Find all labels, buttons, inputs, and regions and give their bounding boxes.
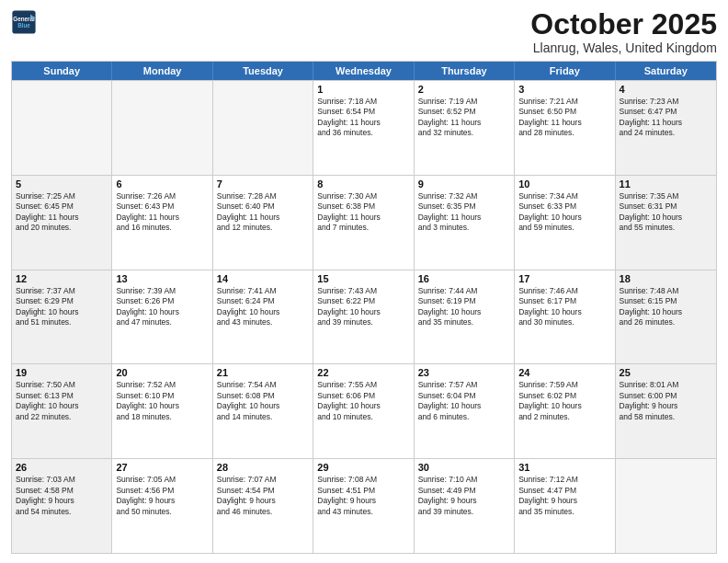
day-cell-5: 5Sunrise: 7:25 AMSunset: 6:45 PMDaylight… — [12, 176, 112, 270]
day-cell-18: 18Sunrise: 7:48 AMSunset: 6:15 PMDayligh… — [616, 270, 716, 364]
cell-text: Sunrise: 7:18 AMSunset: 6:54 PMDaylight:… — [317, 97, 409, 139]
day-number: 17 — [518, 273, 610, 284]
cell-text: Sunrise: 7:30 AMSunset: 6:38 PMDaylight:… — [317, 191, 409, 234]
week-row-4: 19Sunrise: 7:50 AMSunset: 6:13 PMDayligh… — [12, 363, 716, 458]
cell-text: Sunrise: 7:57 AMSunset: 6:04 PMDaylight:… — [418, 380, 510, 422]
cell-text: Sunrise: 7:05 AMSunset: 4:56 PMDaylight:… — [116, 475, 208, 517]
day-number: 11 — [620, 178, 712, 190]
calendar-body: 1Sunrise: 7:18 AMSunset: 6:54 PMDaylight… — [12, 80, 716, 553]
cell-text: Sunrise: 7:55 AMSunset: 6:06 PMDaylight:… — [317, 380, 409, 422]
day-cell-10: 10Sunrise: 7:34 AMSunset: 6:33 PMDayligh… — [515, 176, 615, 270]
day-cell-14: 14Sunrise: 7:41 AMSunset: 6:24 PMDayligh… — [213, 270, 313, 364]
day-cell-20: 20Sunrise: 7:52 AMSunset: 6:10 PMDayligh… — [112, 364, 212, 458]
header-day-sunday: Sunday — [12, 62, 112, 80]
day-cell-8: 8Sunrise: 7:30 AMSunset: 6:38 PMDaylight… — [313, 176, 414, 270]
day-number: 2 — [418, 84, 510, 95]
cell-text: Sunrise: 7:19 AMSunset: 6:52 PMDaylight:… — [418, 97, 510, 139]
day-number: 24 — [518, 367, 610, 378]
day-cell-12: 12Sunrise: 7:37 AMSunset: 6:29 PMDayligh… — [12, 270, 112, 364]
empty-cell — [616, 459, 716, 553]
cell-text: Sunrise: 7:12 AMSunset: 4:47 PMDaylight:… — [518, 475, 610, 517]
empty-cell — [112, 81, 212, 175]
day-number: 7 — [217, 178, 309, 190]
day-number: 21 — [217, 367, 309, 378]
day-number: 4 — [620, 84, 712, 95]
week-row-3: 12Sunrise: 7:37 AMSunset: 6:29 PMDayligh… — [12, 270, 716, 364]
cell-text: Sunrise: 7:26 AMSunset: 6:43 PMDaylight:… — [116, 191, 208, 234]
week-row-2: 5Sunrise: 7:25 AMSunset: 6:45 PMDaylight… — [12, 175, 716, 270]
day-number: 31 — [518, 462, 610, 473]
cell-text: Sunrise: 7:10 AMSunset: 4:49 PMDaylight:… — [418, 475, 510, 517]
cell-text: Sunrise: 7:35 AMSunset: 6:31 PMDaylight:… — [620, 191, 712, 234]
logo: General Blue — [11, 9, 37, 35]
cell-text: Sunrise: 7:50 AMSunset: 6:13 PMDaylight:… — [16, 380, 108, 422]
day-number: 19 — [16, 367, 108, 378]
day-cell-17: 17Sunrise: 7:46 AMSunset: 6:17 PMDayligh… — [515, 270, 615, 364]
day-number: 14 — [217, 273, 309, 284]
day-cell-30: 30Sunrise: 7:10 AMSunset: 4:49 PMDayligh… — [415, 459, 515, 553]
cell-text: Sunrise: 7:34 AMSunset: 6:33 PMDaylight:… — [518, 191, 610, 234]
header: General Blue October 2025 Llanrug, Wales… — [11, 9, 717, 55]
day-cell-9: 9Sunrise: 7:32 AMSunset: 6:35 PMDaylight… — [415, 176, 515, 270]
cell-text: Sunrise: 7:28 AMSunset: 6:40 PMDaylight:… — [217, 191, 309, 234]
cell-text: Sunrise: 7:46 AMSunset: 6:17 PMDaylight:… — [518, 286, 610, 328]
day-number: 5 — [16, 178, 108, 190]
day-number: 18 — [620, 273, 712, 284]
cell-text: Sunrise: 7:39 AMSunset: 6:26 PMDaylight:… — [116, 286, 208, 328]
day-cell-19: 19Sunrise: 7:50 AMSunset: 6:13 PMDayligh… — [12, 364, 112, 458]
day-cell-27: 27Sunrise: 7:05 AMSunset: 4:56 PMDayligh… — [112, 459, 212, 553]
header-day-wednesday: Wednesday — [313, 62, 414, 80]
day-cell-25: 25Sunrise: 8:01 AMSunset: 6:00 PMDayligh… — [616, 364, 716, 458]
day-cell-1: 1Sunrise: 7:18 AMSunset: 6:54 PMDaylight… — [313, 81, 414, 175]
cell-text: Sunrise: 7:03 AMSunset: 4:58 PMDaylight:… — [16, 475, 108, 517]
cell-text: Sunrise: 7:48 AMSunset: 6:15 PMDaylight:… — [620, 286, 712, 328]
header-day-tuesday: Tuesday — [213, 62, 313, 80]
month-title: October 2025 — [530, 9, 717, 39]
day-number: 23 — [418, 367, 510, 378]
day-number: 28 — [217, 462, 309, 473]
header-day-saturday: Saturday — [616, 62, 716, 80]
empty-cell — [12, 81, 112, 175]
day-number: 25 — [620, 367, 712, 378]
day-cell-2: 2Sunrise: 7:19 AMSunset: 6:52 PMDaylight… — [415, 81, 515, 175]
cell-text: Sunrise: 7:43 AMSunset: 6:22 PMDaylight:… — [317, 286, 409, 328]
week-row-5: 26Sunrise: 7:03 AMSunset: 4:58 PMDayligh… — [12, 458, 716, 553]
day-cell-6: 6Sunrise: 7:26 AMSunset: 6:43 PMDaylight… — [112, 176, 212, 270]
day-cell-21: 21Sunrise: 7:54 AMSunset: 6:08 PMDayligh… — [213, 364, 313, 458]
day-number: 26 — [16, 462, 108, 473]
day-number: 29 — [317, 462, 409, 473]
cell-text: Sunrise: 7:37 AMSunset: 6:29 PMDaylight:… — [16, 286, 108, 328]
day-number: 3 — [518, 84, 610, 95]
day-cell-31: 31Sunrise: 7:12 AMSunset: 4:47 PMDayligh… — [515, 459, 615, 553]
day-number: 10 — [518, 178, 610, 190]
day-number: 8 — [317, 178, 409, 190]
day-cell-7: 7Sunrise: 7:28 AMSunset: 6:40 PMDaylight… — [213, 176, 313, 270]
day-cell-11: 11Sunrise: 7:35 AMSunset: 6:31 PMDayligh… — [616, 176, 716, 270]
cell-text: Sunrise: 7:52 AMSunset: 6:10 PMDaylight:… — [116, 380, 208, 422]
week-row-1: 1Sunrise: 7:18 AMSunset: 6:54 PMDaylight… — [12, 80, 716, 175]
cell-text: Sunrise: 7:41 AMSunset: 6:24 PMDaylight:… — [217, 286, 309, 328]
cell-text: Sunrise: 7:07 AMSunset: 4:54 PMDaylight:… — [217, 475, 309, 517]
day-cell-13: 13Sunrise: 7:39 AMSunset: 6:26 PMDayligh… — [112, 270, 212, 364]
day-number: 12 — [16, 273, 108, 284]
day-cell-28: 28Sunrise: 7:07 AMSunset: 4:54 PMDayligh… — [213, 459, 313, 553]
day-number: 15 — [317, 273, 409, 284]
header-day-friday: Friday — [515, 62, 615, 80]
cell-text: Sunrise: 7:44 AMSunset: 6:19 PMDaylight:… — [418, 286, 510, 328]
day-cell-15: 15Sunrise: 7:43 AMSunset: 6:22 PMDayligh… — [313, 270, 414, 364]
day-number: 27 — [116, 462, 208, 473]
day-cell-26: 26Sunrise: 7:03 AMSunset: 4:58 PMDayligh… — [12, 459, 112, 553]
day-cell-23: 23Sunrise: 7:57 AMSunset: 6:04 PMDayligh… — [415, 364, 515, 458]
day-number: 22 — [317, 367, 409, 378]
cell-text: Sunrise: 7:21 AMSunset: 6:50 PMDaylight:… — [518, 97, 610, 139]
cell-text: Sunrise: 7:23 AMSunset: 6:47 PMDaylight:… — [620, 97, 712, 139]
header-day-monday: Monday — [112, 62, 212, 80]
day-cell-29: 29Sunrise: 7:08 AMSunset: 4:51 PMDayligh… — [313, 459, 414, 553]
day-cell-22: 22Sunrise: 7:55 AMSunset: 6:06 PMDayligh… — [313, 364, 414, 458]
day-number: 20 — [116, 367, 208, 378]
cell-text: Sunrise: 7:32 AMSunset: 6:35 PMDaylight:… — [418, 191, 510, 234]
day-cell-4: 4Sunrise: 7:23 AMSunset: 6:47 PMDaylight… — [616, 81, 716, 175]
day-cell-16: 16Sunrise: 7:44 AMSunset: 6:19 PMDayligh… — [415, 270, 515, 364]
day-number: 9 — [418, 178, 510, 190]
cell-text: Sunrise: 7:08 AMSunset: 4:51 PMDaylight:… — [317, 475, 409, 517]
